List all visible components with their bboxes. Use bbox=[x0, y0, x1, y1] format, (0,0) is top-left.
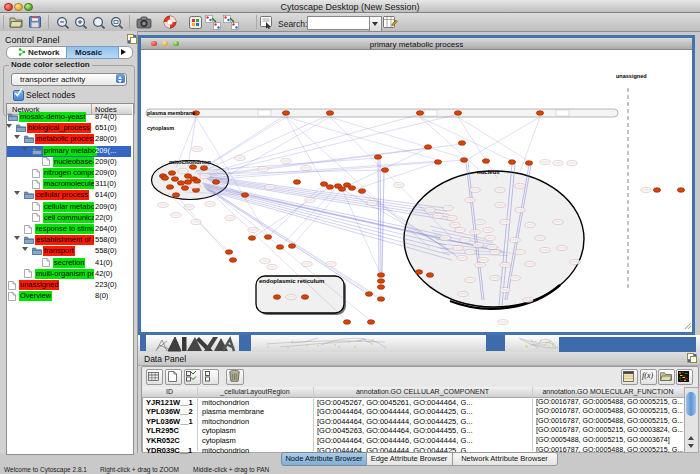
svg-text:plasma membrane: plasma membrane bbox=[147, 110, 195, 116]
svg-text:nucleus: nucleus bbox=[477, 169, 500, 175]
svg-text:cytoplasm: cytoplasm bbox=[147, 125, 174, 131]
svg-text:mitochondrion: mitochondrion bbox=[169, 159, 211, 165]
svg-text:endoplasmic reticulum: endoplasmic reticulum bbox=[259, 278, 324, 284]
svg-text:unassigned: unassigned bbox=[616, 73, 647, 79]
